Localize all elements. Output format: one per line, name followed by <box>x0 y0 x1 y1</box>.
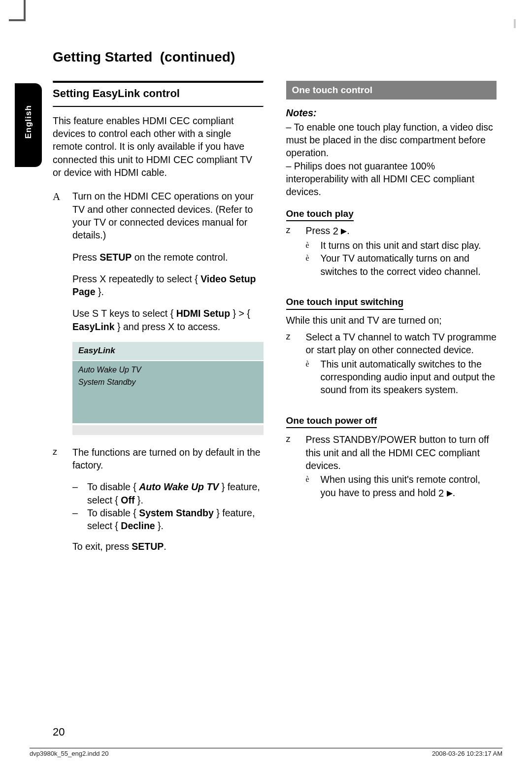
bullet: z <box>53 446 72 472</box>
default-text: The functions are turned on by default i… <box>72 446 264 472</box>
bullet: z <box>286 331 306 397</box>
banner-heading: One touch control <box>286 81 497 100</box>
sub-heading-play: One touch play <box>286 207 354 222</box>
setup-menu-footer <box>72 425 264 435</box>
step-number: A <box>53 190 72 241</box>
footer: dvp3980k_55_eng2.indd 20 2008-03-26 10:2… <box>30 748 502 757</box>
step-1: A Turn on the HDMI CEC operations on you… <box>53 190 264 241</box>
crop-mark <box>9 19 24 21</box>
footer-filename: dvp3980k_55_eng2.indd 20 <box>30 750 108 757</box>
result-arrow-icon: è <box>306 252 321 278</box>
crop-mark <box>24 0 26 21</box>
svg-marker-0 <box>341 229 347 235</box>
page-title: Getting Started (continued) <box>53 49 497 65</box>
note-2: – Philips does not guarantee 100% intero… <box>286 160 497 199</box>
step: z Press STANDBY/POWER button to turn off… <box>286 433 497 500</box>
step-text: Turn on the HDMI CEC operations on your … <box>72 190 264 241</box>
note-1: – To enable one touch play function, a v… <box>286 121 497 160</box>
setup-menu-item: System Standby <box>78 376 258 389</box>
exit-note: To exit, press SETUP. <box>53 540 264 553</box>
rule <box>53 81 264 83</box>
step-text: Select a TV channel to watch TV programm… <box>306 332 497 355</box>
sub-heading-input: One touch input switching <box>286 296 404 310</box>
page-number: 20 <box>53 726 65 738</box>
result-text: This unit automatically switches to the … <box>321 358 497 397</box>
play-icon <box>447 491 453 497</box>
svg-marker-1 <box>447 491 453 497</box>
intro-line: While this unit and TV are turned on; <box>286 314 497 327</box>
default-note: z The functions are turned on by default… <box>53 446 264 472</box>
step-4: Use S T keys to select { HDMI Setup } > … <box>53 307 264 333</box>
setup-menu-body: Auto Wake Up TV System Standby <box>72 361 264 423</box>
result-arrow-icon: è <box>306 239 321 252</box>
intro-text: This feature enables HDMI CEC compliant … <box>53 114 264 179</box>
step: z Select a TV channel to watch TV progra… <box>286 331 497 397</box>
result-text: When using this unit's remote control, y… <box>321 473 497 500</box>
list-item: – To disable { Auto Wake Up TV } feature… <box>72 480 264 506</box>
play-icon <box>341 229 347 235</box>
step: z Press 2 . è It turns on this unit and … <box>286 224 497 278</box>
setup-menu-item: Auto Wake Up TV <box>78 364 258 376</box>
bullet: z <box>286 224 306 278</box>
step-text: Use S T keys to select { HDMI Setup } > … <box>72 307 264 333</box>
setup-menu-title: EasyLink <box>72 342 264 361</box>
language-tab: English <box>15 83 42 167</box>
footer-timestamp: 2008-03-26 10:23:17 AM <box>432 750 502 757</box>
step-text: Press STANDBY/POWER button to turn off t… <box>306 434 489 471</box>
result-arrow-icon: è <box>306 358 321 397</box>
step-2: Press SETUP on the remote control. <box>53 251 264 264</box>
setup-menu: EasyLink Auto Wake Up TV System Standby <box>72 342 264 435</box>
right-column: One touch control Notes: – To enable one… <box>286 81 497 562</box>
step-text: Press X repeatedly to select { Video Set… <box>72 272 264 299</box>
section-heading: Setting EasyLink control <box>53 86 264 101</box>
step-text: Press SETUP on the remote control. <box>72 251 264 264</box>
result-arrow-icon: è <box>306 473 321 500</box>
result-text: Your TV automatically turns on and switc… <box>321 252 497 278</box>
disable-list: – To disable { Auto Wake Up TV } feature… <box>72 480 264 532</box>
list-item: – To disable { System Standby } feature,… <box>72 506 264 533</box>
language-tab-label: English <box>24 112 33 139</box>
left-column: Setting EasyLink control This feature en… <box>53 81 264 562</box>
notes-heading: Notes: <box>286 106 497 120</box>
crop-mark <box>514 19 516 28</box>
step-3: Press X repeatedly to select { Video Set… <box>53 272 264 299</box>
sub-heading-poweroff: One touch power off <box>286 414 377 429</box>
bullet: z <box>286 433 306 500</box>
result-text: It turns on this unit and start disc pla… <box>321 239 481 252</box>
